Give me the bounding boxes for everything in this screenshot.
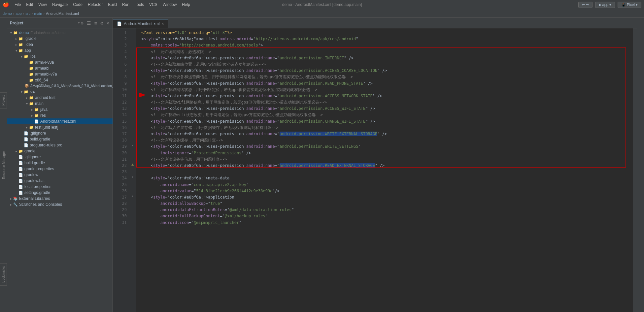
menu-item-file[interactable]: File [12, 2, 23, 8]
line-numbers: 1234567891011121314151617181920212223242… [113, 28, 129, 312]
folder-icon: 📁 [29, 125, 34, 130]
menu-item-vcs[interactable]: VCS [147, 2, 160, 8]
tree-item-gitignore-root[interactable]: 📄 .gitignore [7, 154, 113, 160]
code-line-31: android:icon="@mipmap/ic_launcher" [141, 220, 633, 226]
folder-icon: 📁 [24, 54, 28, 59]
tab-label: AndroidManifest.xml [124, 21, 160, 26]
tree-item-gradle[interactable]: ▸ 📁 .gradle [7, 36, 113, 42]
code-line-19: <style="color:#e8bf6a;">uses-permission … [141, 143, 633, 150]
tree-label: java [40, 107, 48, 112]
menu-item-refactor[interactable]: Refactor [85, 2, 105, 8]
arrow-icon: ▸ [9, 203, 13, 206]
tree-item-gradle-root[interactable]: ▸ 📁 gradle [7, 148, 113, 154]
tree-item-armeabi[interactable]: 📁 armeabi [7, 65, 113, 71]
tree-label: test [unitTest] [35, 125, 58, 130]
tree-item-build-gradle-root[interactable]: 📄 build.gradle [7, 160, 113, 166]
bookmarks-tab[interactable]: Bookmarks [0, 263, 7, 286]
project-tree: ▾ 📁 demo E:\data\Android\demo ▸ 📁 .gradl… [7, 28, 113, 312]
properties-icon: 📄 [18, 167, 23, 171]
tree-item-src[interactable]: ▾ 📁 src [7, 89, 113, 95]
tree-item-external-libs[interactable]: ▸ 📚 External Libraries [7, 196, 113, 202]
back-forward-button[interactable]: ⬅ ➡ [578, 2, 593, 8]
close-panel-icon[interactable]: × [106, 20, 110, 26]
arrow-icon: ▾ [24, 102, 29, 106]
menu-item-navigate[interactable]: Navigate [50, 2, 70, 8]
tree-item-build-gradle[interactable]: 📄 build.gradle [7, 136, 113, 142]
tree-item-res[interactable]: ▸ 📁 res [7, 112, 113, 118]
tree-item-local-props[interactable]: 📄 local.properties [7, 184, 113, 190]
menu-bar: 🍎 File Edit View Navigate Code Refactor … [0, 0, 644, 9]
menu-item-tools[interactable]: Tools [132, 2, 147, 8]
tree-item-gradlew[interactable]: 📄 gradlew [7, 172, 113, 178]
tree-item-test[interactable]: ▸ 📁 test [unitTest] [7, 124, 113, 130]
tree-item-androidmanifest[interactable]: 📄 AndroidManifest.xml [7, 118, 113, 124]
tab-file-icon: 📄 [117, 21, 122, 26]
path-label: E:\data\Android\demo [30, 31, 65, 35]
tree-item-androidtest[interactable]: ▸ 📁 androidTest [7, 95, 113, 101]
folder-icon: 📁 [18, 43, 23, 47]
tree-label: proguard-rules.pro [30, 143, 62, 147]
tab-close-button[interactable]: × [162, 21, 164, 26]
tree-item-app[interactable]: ▾ 📁 app [7, 47, 113, 53]
tree-item-gitignore-app[interactable]: 📄 .gitignore [7, 130, 113, 136]
run-app-button[interactable]: ▶ app ▾ [595, 2, 615, 8]
folder-icon: 📁 [29, 78, 34, 82]
scrollbar-area[interactable] [633, 28, 637, 312]
collapse-all-icon[interactable]: ☰ [86, 20, 92, 26]
code-content[interactable]: <?xml version="1.0" encoding="utf-8"?><s… [136, 28, 633, 312]
tree-item-armeabi-v7a[interactable]: 📁 armeabi-v7a [7, 71, 113, 77]
panel-header-icons: ⊕ ☰ ≡ ⚙ × [80, 20, 110, 26]
app-icon: 🍎 [3, 1, 9, 8]
tree-item-scratches[interactable]: ▸ 🔧 Scratches and Consoles [7, 202, 113, 207]
device-button[interactable]: 📱 Pixel ▾ [618, 2, 641, 8]
tree-item-gradle-props[interactable]: 📄 gradle.properties [7, 166, 113, 172]
tree-label: .gradle [24, 36, 37, 41]
settings-icon[interactable]: ⚙ [100, 20, 104, 26]
menu-item-edit[interactable]: Edit [23, 2, 36, 8]
tree-label: .idea [24, 42, 33, 47]
tree-item-demo-root[interactable]: ▾ 📁 demo E:\data\Android\demo [7, 30, 113, 36]
code-line-15: <style="color:#e8bf6a;">uses-permission … [141, 118, 633, 125]
tree-label: AndroidManifest.xml [40, 119, 76, 124]
menu-item-code[interactable]: Code [70, 2, 85, 8]
tree-item-libs[interactable]: ▾ 📁 libs [7, 53, 113, 59]
breadcrumb-app[interactable]: app [16, 12, 21, 16]
tree-item-x86[interactable]: 📁 x86_64 [7, 77, 113, 83]
scope-icon[interactable]: ⊕ [80, 20, 84, 26]
project-side-tab[interactable]: Project [0, 92, 7, 109]
tree-item-proguard[interactable]: 📄 proguard-rules.pro [7, 142, 113, 148]
folder-icon: 📁 [18, 48, 23, 53]
tree-item-amap-jar[interactable]: 📦 AMap3DMap_9.8.3_AMapSearch_9.7.0_AMapL… [7, 83, 113, 89]
code-line-30: android:fullBackupContent="@xml/backup_r… [141, 213, 633, 219]
tree-label: gradle.properties [24, 167, 54, 171]
code-line-21: <!--允许读设备等信息，用于问题排查--> [141, 156, 633, 163]
menu-item-build[interactable]: Build [105, 2, 119, 8]
code-line-13: <style="color:#e8bf6a;">uses-permission … [141, 106, 633, 112]
editor-tab-androidmanifest[interactable]: 📄 AndroidManifest.xml × [113, 19, 168, 28]
breadcrumb-src[interactable]: src [25, 12, 30, 16]
tree-item-settings-gradle[interactable]: 📄 settings.gradle [7, 190, 113, 196]
breadcrumb-main[interactable]: main [34, 12, 42, 16]
file-icon: 📄 [24, 131, 28, 136]
file-icon: 📄 [24, 143, 28, 147]
tree-item-arm64[interactable]: 📁 arm64-v8a [7, 59, 113, 65]
menu-item-window[interactable]: Window [160, 2, 180, 8]
menu-item-view[interactable]: View [36, 2, 50, 8]
options-icon[interactable]: ≡ [94, 20, 98, 26]
code-line-14: <!--允许获取wifi状态改变，用于网络定位，若无gps仍需实现定位小蓝点功能… [141, 112, 633, 118]
gutter-area: ▾⚠▾▾ [129, 28, 136, 312]
arrow-icon: ▸ [30, 108, 34, 111]
arrow-icon: ▾ [19, 90, 24, 94]
tree-item-idea[interactable]: ▸ 📁 .idea [7, 42, 113, 47]
tree-item-gradlew-bat[interactable]: 📄 gradlew.bat [7, 178, 113, 184]
library-icon: 📚 [13, 197, 18, 201]
tree-item-java[interactable]: ▸ 📁 java [7, 107, 113, 112]
code-line-25: android:name="com.amap.api.v2.apikey" [141, 182, 633, 188]
menu-item-run[interactable]: Run [119, 2, 132, 8]
breadcrumb-demo[interactable]: demo [3, 12, 12, 16]
code-line-6: <!--允许获取粗略位置，若用GPS实现定位小蓝点功能则必选--> [141, 61, 633, 68]
tree-label: arm64-v8a [35, 60, 54, 65]
panel-dropdown-icon[interactable]: ▾ [78, 21, 80, 25]
menu-item-help[interactable]: Help [179, 2, 193, 8]
tree-item-main[interactable]: ▾ 📁 main [7, 101, 113, 107]
